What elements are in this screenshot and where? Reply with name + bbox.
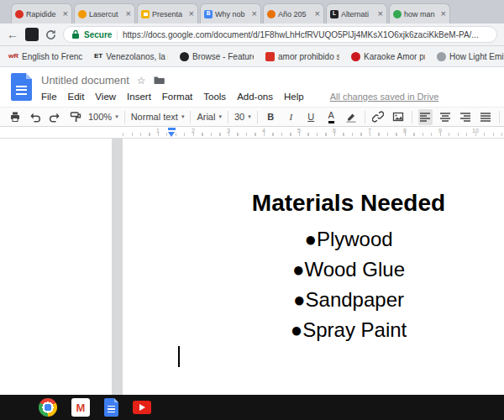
reload-button[interactable]: [45, 29, 56, 40]
menu-tools[interactable]: Tools: [203, 92, 226, 102]
tab-favicon: [267, 10, 276, 18]
toolbar-divider: [499, 111, 500, 123]
font-size-select[interactable]: 30▾: [234, 112, 251, 122]
back-button[interactable]: ←: [7, 29, 18, 40]
tab-title: Rapidide: [26, 10, 61, 18]
underline-button[interactable]: U: [304, 109, 318, 125]
highlight-color-button[interactable]: [344, 109, 359, 125]
left-panel: [0, 139, 112, 395]
insert-image-button[interactable]: [391, 109, 406, 125]
browser-tab-4[interactable]: B Why nob ×: [200, 3, 261, 24]
document-title-input[interactable]: Untitled document: [41, 74, 129, 87]
browser-tab-2[interactable]: Lasercut ×: [74, 3, 135, 24]
zoom-select[interactable]: 100%▾: [88, 112, 118, 122]
toolbar-divider: [365, 111, 365, 123]
paragraph-style-select[interactable]: Normal text▾: [131, 112, 185, 122]
docs-app-icon[interactable]: [104, 398, 118, 417]
page-margin-gutter: [112, 139, 123, 395]
bookmark-label: amor prohibido se: [278, 52, 339, 61]
redo-button[interactable]: [48, 109, 62, 125]
bullet-list: ●Plywood ●Wood Glue ●Sandpaper ●Spray Pa…: [123, 224, 504, 345]
bullet-item[interactable]: ●Spray Paint: [123, 315, 504, 345]
google-docs-logo-icon[interactable]: [11, 73, 32, 101]
move-folder-icon[interactable]: [154, 76, 165, 85]
menu-addons[interactable]: Add-ons: [237, 92, 273, 102]
tab-close-icon[interactable]: ×: [189, 9, 194, 18]
chevron-down-icon: ▾: [115, 113, 118, 120]
star-icon[interactable]: ☆: [137, 76, 146, 86]
menu-help[interactable]: Help: [284, 92, 304, 102]
align-justify-button[interactable]: [479, 109, 493, 125]
align-right-button[interactable]: [459, 109, 473, 125]
bold-button[interactable]: B: [264, 109, 278, 125]
tab-close-icon[interactable]: ×: [63, 9, 68, 18]
toolbar-divider: [412, 111, 412, 123]
italic-button[interactable]: I: [284, 109, 298, 125]
browser-tab-5[interactable]: Año 205 ×: [263, 3, 324, 24]
font-select[interactable]: Arial▾: [197, 112, 222, 122]
bullet-item[interactable]: ●Sandpaper: [123, 285, 504, 315]
browser-tab-strip: Rapidide × Lasercut × Presenta × B Why n…: [0, 0, 504, 24]
tab-favicon: [15, 10, 24, 18]
tab-close-icon[interactable]: ×: [252, 9, 257, 18]
align-center-button[interactable]: [438, 109, 453, 125]
left-indent-marker[interactable]: [168, 132, 175, 137]
chevron-down-icon: ▾: [181, 113, 185, 120]
ruler-ticks: [123, 133, 504, 136]
bookmark-venezolanos[interactable]: ET Venezolanos, la m: [94, 52, 168, 61]
play-icon: [139, 404, 145, 411]
insert-link-button[interactable]: [371, 109, 386, 125]
address-bar[interactable]: Secure | https://docs.google.com/documen…: [63, 26, 497, 43]
gmail-app-icon[interactable]: M: [71, 398, 90, 417]
music-site-icon: [265, 52, 275, 61]
docs-toolbar: 100%▾ Normal text▾ Arial▾ 30▾ B I U A: [0, 107, 504, 127]
browser-tab-1[interactable]: Rapidide ×: [11, 3, 72, 24]
generic-site-icon: [437, 52, 446, 61]
browser-tab-6[interactable]: L Alternati ×: [326, 3, 387, 24]
url-text: https://docs.google.com/document/d/1F8hw…: [123, 30, 479, 39]
bullet-item[interactable]: ●Plywood: [123, 224, 504, 255]
docs-menubar: File Edit View Insert Format Tools Add-o…: [41, 92, 504, 102]
tab-favicon-slides: [141, 10, 150, 18]
document-heading[interactable]: Materials Needed: [123, 189, 504, 218]
text-color-button[interactable]: A: [324, 109, 339, 125]
bookmark-label: Browse - Featured: [192, 52, 254, 61]
bookmark-english-to-french[interactable]: wR English to French,: [8, 52, 82, 61]
first-line-indent-marker[interactable]: [168, 128, 176, 130]
bookmark-browse-featured[interactable]: Browse - Featured: [180, 52, 254, 61]
lock-icon[interactable]: [71, 29, 80, 39]
chevron-down-icon: ▾: [248, 113, 251, 120]
document-page[interactable]: Materials Needed ●Plywood ●Wood Glue ●Sa…: [123, 139, 504, 395]
bookmark-karaoke-amor[interactable]: Karaoke Amor pro: [351, 52, 425, 61]
paint-format-button[interactable]: [68, 109, 82, 125]
save-status[interactable]: All changes saved in Drive: [330, 92, 439, 102]
youtube-app-icon[interactable]: [133, 401, 151, 414]
tab-close-icon[interactable]: ×: [126, 9, 131, 18]
docs-header: Untitled document ☆ File Edit View Inser…: [0, 67, 504, 107]
bookmark-amor-prohibido[interactable]: amor prohibido se: [265, 52, 339, 61]
menu-edit[interactable]: Edit: [68, 92, 85, 102]
undo-button[interactable]: [28, 109, 42, 125]
tab-close-icon[interactable]: ×: [315, 9, 320, 18]
tab-favicon: [78, 10, 87, 18]
menu-insert[interactable]: Insert: [127, 92, 151, 102]
chrome-app-icon[interactable]: [39, 398, 57, 417]
document-area: Materials Needed ●Plywood ●Wood Glue ●Sa…: [0, 139, 504, 395]
news-site-icon: ET: [94, 53, 102, 60]
screen: Rapidide × Lasercut × Presenta × B Why n…: [0, 0, 504, 420]
tab-close-icon[interactable]: ×: [378, 9, 383, 18]
bullet-glyph: ●: [304, 228, 317, 250]
menu-view[interactable]: View: [95, 92, 116, 102]
browser-tab-3[interactable]: Presenta ×: [137, 3, 198, 24]
bookmark-how-light-emitting[interactable]: How Light Emittin: [437, 52, 504, 61]
align-left-button[interactable]: [418, 109, 433, 125]
bullet-item[interactable]: ●Wood Glue: [123, 255, 504, 285]
menu-format[interactable]: Format: [162, 92, 192, 102]
tab-close-icon[interactable]: ×: [441, 9, 446, 18]
gmail-m-glyph: M: [76, 402, 86, 414]
menu-file[interactable]: File: [41, 92, 57, 102]
chevron-down-icon: ▾: [218, 113, 222, 120]
print-button[interactable]: [8, 109, 22, 125]
forward-button[interactable]: [25, 28, 39, 41]
browser-tab-7[interactable]: how man ×: [389, 3, 450, 24]
